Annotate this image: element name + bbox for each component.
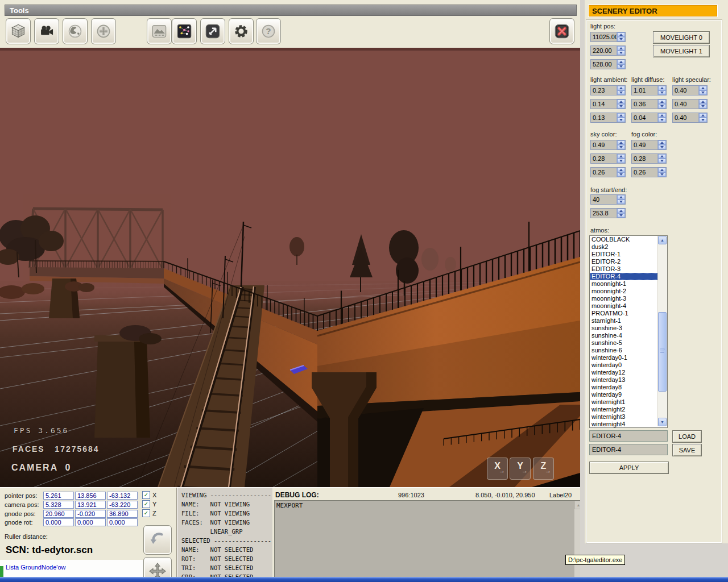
spin-down-icon[interactable]	[617, 199, 625, 204]
spin-down-icon[interactable]	[699, 118, 707, 122]
camera-pos-x[interactable]: 5.328	[43, 501, 74, 509]
light-pos-field-0[interactable]: 11025.00	[590, 32, 626, 42]
spin-up-icon[interactable]	[699, 86, 707, 90]
atmos-option[interactable]: COOLBLACK	[590, 236, 667, 243]
axis-x-check[interactable]: ✓X	[142, 491, 156, 499]
spin-down-icon[interactable]	[658, 90, 666, 95]
spin-up-icon[interactable]	[617, 209, 625, 213]
grid-cube-button[interactable]	[6, 18, 31, 44]
light-specular-field-1[interactable]: 0.40	[672, 99, 708, 109]
spin-up-icon[interactable]	[658, 168, 666, 172]
spin-down-icon[interactable]	[617, 104, 625, 109]
scroll-up-icon[interactable]: ▲	[658, 236, 667, 244]
atmos-option[interactable]: EDITOR-3	[590, 265, 667, 273]
atmos-option[interactable]: winterday9	[590, 391, 667, 398]
atmos-option[interactable]: EDITOR-4	[590, 273, 667, 280]
groundnode-list-link[interactable]: Lista GroundNode'ow	[6, 564, 65, 571]
light-diffuse-field-0[interactable]: 1.01	[631, 85, 667, 95]
add-button[interactable]	[91, 18, 116, 44]
spin-down-icon[interactable]	[658, 172, 666, 177]
spin-down-icon[interactable]	[617, 172, 625, 177]
spin-up-icon[interactable]	[617, 86, 625, 90]
taskbar-strip[interactable]	[0, 577, 728, 582]
spin-up-icon[interactable]	[658, 99, 666, 104]
atmos-scrollbar[interactable]: ▲ ▼	[657, 236, 667, 426]
spin-down-icon[interactable]	[658, 145, 666, 149]
light-specular-field-0[interactable]: 0.40	[672, 85, 708, 95]
light-specular-field-2[interactable]: 0.40	[672, 113, 708, 123]
spin-down-icon[interactable]	[617, 37, 625, 41]
movelight1-button[interactable]: MOVELIGHT 1	[653, 45, 710, 57]
spin-up-icon[interactable]	[617, 32, 625, 37]
movelight0-button[interactable]: MOVELIGHT 0	[653, 31, 710, 44]
gnode-rot-y[interactable]: 0.000	[75, 518, 106, 526]
camera-pos-z[interactable]: -63.220	[107, 501, 138, 509]
spin-up-icon[interactable]	[617, 195, 625, 199]
gnode-pos-x[interactable]: 20.960	[43, 510, 74, 518]
light-pos-field-2[interactable]: 528.00	[590, 59, 626, 69]
atmos-option[interactable]: winternight2	[590, 406, 667, 413]
viewport-3d[interactable]: FPS 3.656 FACES 17275684 CAMERA 0 X→ Y→ …	[0, 48, 580, 487]
close-button[interactable]	[549, 18, 574, 44]
fog-color-field-2[interactable]: 0.26	[631, 167, 667, 177]
spin-down-icon[interactable]	[617, 90, 625, 95]
light-ambient-field-0[interactable]: 0.23	[590, 85, 626, 95]
spin-up-icon[interactable]	[658, 86, 666, 90]
scrollbar-thumb[interactable]	[658, 312, 667, 392]
atmos-option[interactable]: winternight4	[590, 421, 667, 428]
atmos-load-field[interactable]: EDITOR-4	[589, 430, 668, 442]
fog-color-field-0[interactable]: 0.49	[631, 140, 667, 150]
scroll-down-icon[interactable]: ▼	[658, 418, 667, 426]
gnode-pos-z[interactable]: 36.890	[107, 510, 138, 518]
atmos-option[interactable]: winterday12	[590, 369, 667, 376]
spin-down-icon[interactable]	[699, 104, 707, 109]
spin-down-icon[interactable]	[699, 90, 707, 95]
atmos-option[interactable]: PROATMO-1	[590, 310, 667, 317]
undo-button[interactable]	[143, 525, 172, 555]
atmos-save-field[interactable]: EDITOR-4	[589, 444, 668, 455]
spin-up-icon[interactable]	[658, 113, 666, 118]
checkbox-icon[interactable]: ✓	[142, 509, 150, 517]
spin-up-icon[interactable]	[617, 168, 625, 172]
axis-y-button[interactable]: Y→	[510, 458, 531, 480]
light-diffuse-field-2[interactable]: 0.04	[631, 113, 667, 123]
terrain-button[interactable]	[147, 18, 172, 44]
atmos-option[interactable]: moonnight-3	[590, 295, 667, 302]
spin-up-icon[interactable]	[617, 113, 625, 118]
spin-up-icon[interactable]	[617, 154, 625, 159]
sky-color-field-1[interactable]: 0.28	[590, 153, 626, 164]
spin-down-icon[interactable]	[617, 213, 625, 218]
spin-down-icon[interactable]	[617, 118, 625, 122]
spin-down-icon[interactable]	[658, 159, 666, 163]
node-graph-button[interactable]	[172, 18, 197, 44]
spin-down-icon[interactable]	[617, 51, 625, 55]
camera-button[interactable]	[34, 18, 59, 44]
axis-z-button[interactable]: Z→	[533, 458, 554, 480]
atmos-option[interactable]: moonnight-4	[590, 302, 667, 310]
spin-up-icon[interactable]	[658, 140, 666, 145]
spin-up-icon[interactable]	[617, 60, 625, 64]
atmos-option[interactable]: winternight1	[590, 398, 667, 406]
debug-scrollbar[interactable]: ▲	[574, 501, 580, 582]
pointer-pos-z[interactable]: -63.132	[107, 492, 138, 500]
spin-up-icon[interactable]	[617, 99, 625, 104]
axis-x-button[interactable]: X→	[487, 458, 508, 480]
atmos-option[interactable]: winternight3	[590, 413, 667, 421]
spin-up-icon[interactable]	[658, 154, 666, 159]
help-button[interactable]: ?	[256, 18, 281, 44]
cursor-button[interactable]	[200, 18, 225, 44]
spin-down-icon[interactable]	[617, 64, 625, 69]
light-ambient-field-2[interactable]: 0.13	[590, 113, 626, 123]
spin-up-icon[interactable]	[699, 99, 707, 104]
checkbox-icon[interactable]: ✓	[142, 500, 150, 508]
atmos-listbox[interactable]: COOLBLACKdusk2EDITOR-1EDITOR-2EDITOR-3ED…	[589, 235, 668, 428]
gnode-rot-x[interactable]: 0.000	[43, 518, 74, 526]
checkbox-icon[interactable]: ✓	[142, 491, 150, 499]
sky-color-field-0[interactable]: 0.49	[590, 140, 626, 150]
atmos-option[interactable]: EDITOR-1	[590, 251, 667, 258]
atmos-option[interactable]: moonnight-2	[590, 288, 667, 295]
atmos-option[interactable]: winterday13	[590, 376, 667, 384]
save-button[interactable]: SAVE	[672, 444, 702, 456]
spin-down-icon[interactable]	[658, 118, 666, 122]
fog-start-end-field-0[interactable]: 40	[590, 194, 626, 205]
